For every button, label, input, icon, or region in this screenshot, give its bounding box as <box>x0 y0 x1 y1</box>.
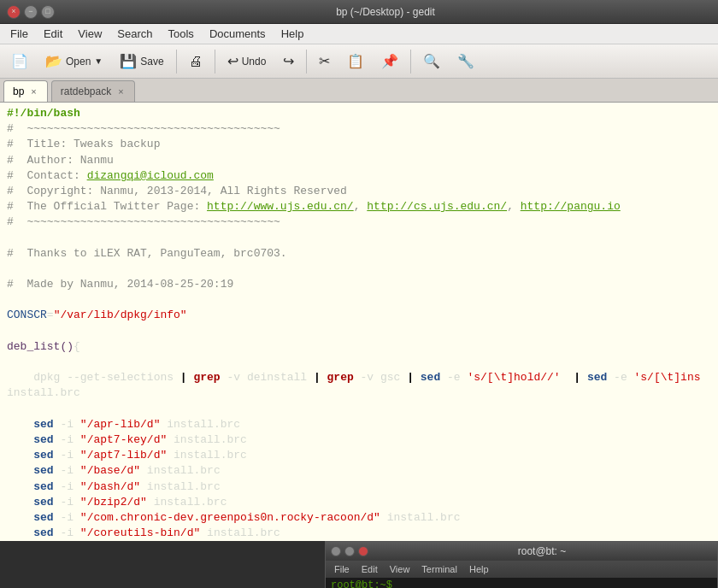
save-button[interactable]: 💾 Save <box>112 50 171 73</box>
term-max-button[interactable] <box>344 546 355 556</box>
print-button[interactable]: 🖨 <box>181 50 210 73</box>
cut-icon: ✂ <box>319 53 330 69</box>
menu-edit[interactable]: Edit <box>37 26 69 42</box>
new-button[interactable]: 📄 <box>3 50 36 73</box>
tab-ratdebpack-close[interactable]: × <box>116 85 125 97</box>
minimize-button[interactable]: − <box>24 5 38 19</box>
redo-icon: ↪ <box>283 53 294 69</box>
tab-bp-label: bp <box>13 85 24 97</box>
terminal-window[interactable]: root@bt: ~ File Edit View Terminal Help … <box>325 541 718 588</box>
paste-icon: 📌 <box>381 53 398 69</box>
open-icon: 📂 <box>45 53 62 69</box>
menu-tools[interactable]: Tools <box>162 26 201 42</box>
title-bar: × − □ bp (~/Desktop) - gedit <box>0 0 718 24</box>
save-label: Save <box>140 56 163 68</box>
term-menu-view[interactable]: View <box>385 563 415 575</box>
paste-button[interactable]: 📌 <box>374 50 406 73</box>
tab-ratdebpack-label: ratdebpack <box>61 85 111 97</box>
toolbar-separator-1 <box>176 50 177 74</box>
toolbar: 📄 📂 Open ▼ 💾 Save 🖨 ↩ Undo ↪ ✂ 📋 📌 🔍 🔧 <box>0 44 718 79</box>
cut-button[interactable]: ✂ <box>311 50 338 73</box>
terminal-content: root@bt:~$ <box>326 578 717 588</box>
terminal-prompt: root@bt:~$ <box>331 579 392 588</box>
copy-button[interactable]: 📋 <box>339 50 372 73</box>
undo-icon: ↩ <box>227 53 238 69</box>
find-button[interactable]: 🔍 <box>415 50 448 73</box>
window-title: bp (~/Desktop) - gedit <box>60 6 711 18</box>
undo-button[interactable]: ↩ Undo <box>220 50 274 73</box>
open-dropdown-icon[interactable]: ▼ <box>94 56 103 66</box>
replace-icon: 🔧 <box>457 53 474 69</box>
search-icon: 🔍 <box>423 53 440 69</box>
term-close-button[interactable] <box>358 546 368 556</box>
tab-bp[interactable]: bp × <box>3 80 48 102</box>
save-icon: 💾 <box>120 53 137 69</box>
copy-icon: 📋 <box>347 53 364 69</box>
open-button[interactable]: 📂 Open ▼ <box>38 50 110 73</box>
toolbar-separator-2 <box>215 50 215 74</box>
menu-bar: File Edit View Search Tools Documents He… <box>0 24 718 44</box>
menu-file[interactable]: File <box>3 26 35 42</box>
replace-button[interactable]: 🔧 <box>450 50 482 73</box>
open-label: Open <box>66 56 91 68</box>
terminal-title-bar: root@bt: ~ <box>326 542 717 561</box>
editor-wrapper: #!/bin/bash # ~~~~~~~~~~~~~~~~~~~~~~~~~~… <box>0 103 718 588</box>
window-controls[interactable]: × − □ <box>7 5 55 19</box>
term-menu-terminal[interactable]: Terminal <box>416 563 462 575</box>
close-button[interactable]: × <box>7 5 21 19</box>
menu-documents[interactable]: Documents <box>203 26 273 42</box>
editor-area[interactable]: #!/bin/bash # ~~~~~~~~~~~~~~~~~~~~~~~~~~… <box>0 103 718 541</box>
term-minimize-button[interactable] <box>331 546 341 556</box>
tab-ratdebpack[interactable]: ratdebpack × <box>51 80 135 102</box>
term-menu-file[interactable]: File <box>329 563 355 575</box>
term-menu-help[interactable]: Help <box>464 563 494 575</box>
toolbar-separator-3 <box>306 50 307 74</box>
terminal-title: root@bt: ~ <box>372 545 712 557</box>
menu-search[interactable]: Search <box>110 26 159 42</box>
redo-button[interactable]: ↪ <box>275 50 302 73</box>
tabs-bar: bp × ratdebpack × <box>0 79 718 103</box>
menu-help[interactable]: Help <box>274 26 311 42</box>
term-menu-edit[interactable]: Edit <box>356 563 383 575</box>
terminal-menu-bar: File Edit View Terminal Help <box>326 561 717 578</box>
editor-content: #!/bin/bash # ~~~~~~~~~~~~~~~~~~~~~~~~~~… <box>0 103 718 541</box>
maximize-button[interactable]: □ <box>41 5 55 19</box>
undo-label: Undo <box>242 56 267 68</box>
toolbar-separator-4 <box>410 50 411 74</box>
menu-view[interactable]: View <box>71 26 109 42</box>
new-icon: 📄 <box>11 53 28 69</box>
print-icon: 🖨 <box>189 54 203 69</box>
tab-bp-close[interactable]: × <box>29 85 38 97</box>
